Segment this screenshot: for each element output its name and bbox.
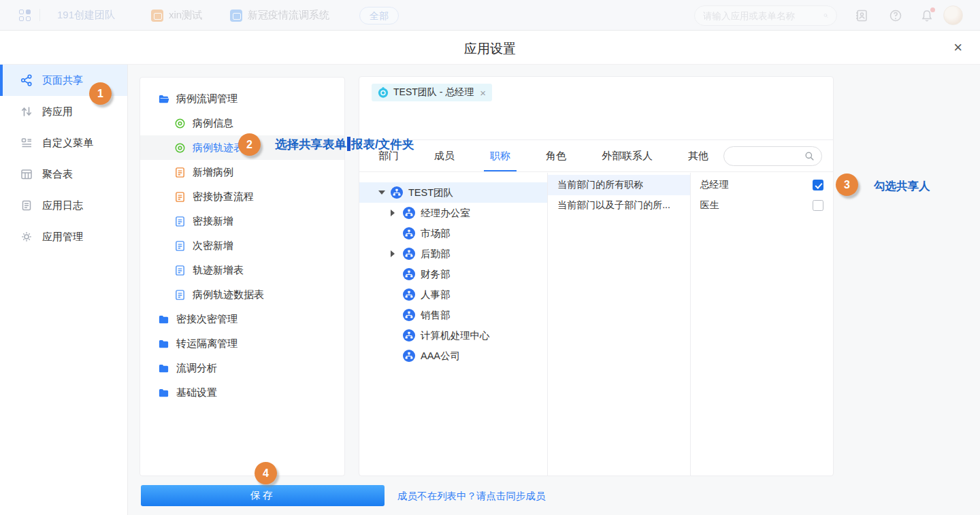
picker-tabs: 部门 成员 职称 角色 外部联系人 其他 [359,140,833,172]
sidebar-item-label: 自定义菜单 [42,137,93,150]
selected-tag-label: TEST团队 - 总经理 [393,86,474,99]
modal-body: 页面共享 跨应用 自定义菜单 聚合表 应用日志 应用管理 [0,65,980,515]
tab-role[interactable]: 角色 [546,140,566,171]
caret-right-icon[interactable] [391,210,397,216]
job-title-row-general-manager[interactable]: 总经理 [691,175,833,195]
tree-item-close-contact-flow[interactable]: 密接协查流程 [140,184,344,209]
org-row-logistics[interactable]: 后勤部 [359,244,547,264]
member-search-input[interactable] [731,151,804,161]
org-row-finance[interactable]: 财务部 [359,264,547,284]
app-settings-screen: 191创建团队 xin测试 新冠疫情流调系统 全部 应用设置 × [0,0,980,515]
checkbox-checked[interactable] [813,180,823,190]
org-icon [403,309,415,321]
all-apps-pill[interactable]: 全部 [359,7,399,24]
tree-item-new-case[interactable]: 新增病例 [140,160,344,184]
check-sharer-annotation: 勾选共享人 [874,179,930,194]
checkbox-unchecked[interactable] [813,200,823,211]
share-picker-panel: TEST团队 - 总经理 × 部门 成员 职称 角色 外部联系人 其他 [359,76,834,476]
text-cursor-bar [347,137,350,151]
doc-icon [174,216,186,227]
doc-icon [174,289,186,301]
save-button[interactable]: 保存 [141,485,385,506]
org-row-hr[interactable]: 人事部 [359,284,547,305]
tab-job-title[interactable]: 职称 [490,140,510,171]
org-row-manager-office[interactable]: 经理办公室 [359,203,547,223]
selected-tag: TEST团队 - 总经理 × [372,84,492,101]
remove-tag-icon[interactable]: × [480,87,486,99]
form-icon [174,142,186,154]
modal-title: 应用设置 [0,40,980,58]
table-icon [20,168,33,180]
org-icon [391,186,403,199]
apps-grid-icon[interactable] [19,10,31,21]
tree-folder-case-management[interactable]: 病例流调管理 [140,86,344,111]
sidebar-item-label: 应用管理 [42,231,83,244]
search-icon [823,10,828,21]
share-icon [20,74,33,86]
swap-arrows-icon [20,105,33,118]
scope-option-current-and-sub-dept[interactable]: 当前部门以及子部门的所... [548,195,689,216]
gear-icon [20,231,33,243]
tab-external-contact[interactable]: 外部联系人 [602,140,653,171]
tree-item-trajectory-data-table[interactable]: 病例轨迹数据表 [140,282,344,307]
sidebar-item-app-manage[interactable]: 应用管理 [0,221,127,252]
sidebar-item-app-log[interactable]: 应用日志 [0,190,127,221]
folder-icon [158,363,169,374]
tree-item-secondary-contact-new[interactable]: 次密新增 [140,233,344,258]
scope-option-current-dept[interactable]: 当前部门的所有职称 [548,175,689,195]
sidebar-item-custom-menu[interactable]: 自定义菜单 [0,127,127,159]
tab-member[interactable]: 成员 [434,140,455,171]
selected-members-area: TEST团队 - 总经理 × [359,77,833,140]
doc-icon [174,191,186,203]
org-icon [403,207,415,219]
tree-item-trajectory-new-table[interactable]: 轨迹新增表 [140,258,344,282]
user-avatar[interactable] [943,5,963,25]
select-form-annotation: 选择共享表单报表/文件夹 [275,136,414,152]
topbar-tab-xin-test[interactable]: xin测试 [151,0,202,31]
picker-columns: TEST团队 经理办公室 市场部 [359,173,833,476]
sidebar-item-label: 页面共享 [42,74,83,87]
topbar-tab-team[interactable]: 191创建团队 [57,0,115,31]
topbar-search-input[interactable] [703,11,823,21]
org-icon [403,350,415,362]
org-row-sales[interactable]: 销售部 [359,305,547,325]
notifications-bell-icon[interactable] [920,9,934,22]
doc-icon [174,240,186,252]
step-4-badge: 4 [255,462,277,484]
help-icon[interactable] [889,9,902,22]
org-row-computer-center[interactable]: 计算机处理中心 [359,325,547,346]
sidebar-item-aggregate-table[interactable]: 聚合表 [0,159,127,190]
tab-other[interactable]: 其他 [688,140,708,171]
sidebar-item-label: 应用日志 [42,199,83,212]
topbar: 191创建团队 xin测试 新冠疫情流调系统 全部 [0,0,980,31]
folder-icon [158,338,169,350]
tree-folder-transfer-quarantine[interactable]: 转运隔离管理 [140,331,344,356]
scope-column: 当前部门的所有职称 当前部门以及子部门的所... [548,173,690,476]
tree-folder-flow-analysis[interactable]: 流调分析 [140,356,344,380]
app-icon-blue [230,10,242,22]
contacts-icon[interactable] [855,9,868,22]
tree-folder-basic-settings[interactable]: 基础设置 [140,380,344,405]
menu-icon [20,137,33,149]
member-search[interactable] [723,146,822,166]
caret-down-icon[interactable] [378,190,385,195]
sync-members-link[interactable]: 成员不在列表中？请点击同步成员 [397,490,546,503]
org-row-marketing[interactable]: 市场部 [359,223,547,244]
topbar-search[interactable] [694,5,837,26]
org-icon [403,227,415,239]
tree-folder-contact-management[interactable]: 密接次密管理 [140,307,344,331]
caret-right-icon[interactable] [391,250,397,257]
topbar-tab-covid-system[interactable]: 新冠疫情流调系统 [230,0,329,31]
notification-dot [930,7,935,12]
step-2-badge: 2 [238,133,261,156]
doc-icon [174,265,186,276]
folder-icon [158,314,169,325]
tree-item-case-info[interactable]: 病例信息 [140,111,344,135]
org-row-test-team[interactable]: TEST团队 [359,182,547,203]
folder-icon [158,387,169,399]
tree-item-close-contact-new[interactable]: 密接新增 [140,209,344,233]
org-row-aaa-company[interactable]: AAA公司 [359,346,547,366]
folder-open-icon [158,93,169,105]
job-title-row-doctor[interactable]: 医生 [691,195,833,216]
close-icon[interactable]: × [953,39,962,56]
